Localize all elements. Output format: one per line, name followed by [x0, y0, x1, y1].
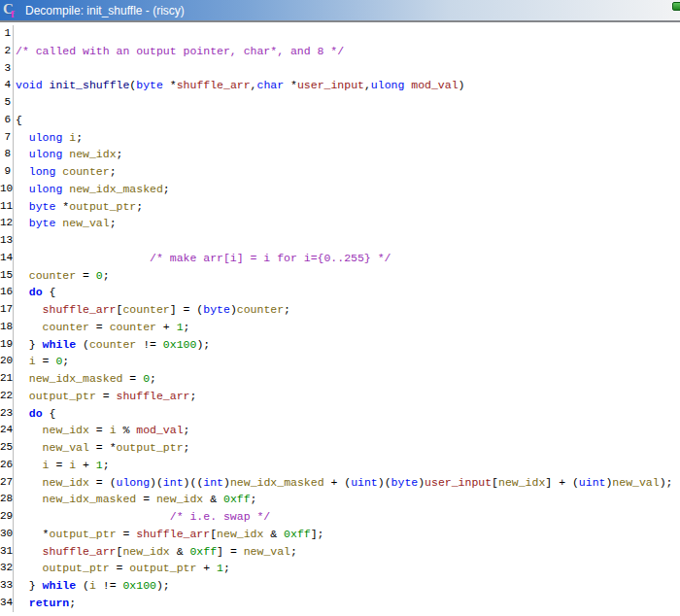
- line-number: 13: [0, 232, 14, 250]
- line-number: 25: [0, 439, 14, 457]
- code-text: } while (counter != 0x100);: [14, 336, 210, 354]
- code-line[interactable]: 11 byte *output_ptr;: [0, 198, 680, 216]
- code-text: shuffle_arr[new_idx & 0xff] = new_val;: [14, 543, 297, 561]
- code-line[interactable]: 9 long counter;: [0, 163, 680, 181]
- code-text: [14, 94, 16, 112]
- code-line[interactable]: 27 new_idx = (ulong)(int)((int)new_idx_m…: [0, 474, 680, 492]
- code-text: void init_shuffle(byte *shuffle_arr,char…: [14, 77, 464, 94]
- code-text: /* i.e. swap */: [14, 508, 270, 526]
- decompile-panel: C f Decompile: init_shuffle - (riscy) 12…: [0, 0, 680, 616]
- line-number: 15: [0, 267, 14, 285]
- code-line[interactable]: 7 ulong i;: [0, 129, 680, 147]
- code-line[interactable]: 17 shuffle_arr[counter] = (byte)counter;: [0, 301, 680, 319]
- code-text: [14, 60, 16, 78]
- code-text: ulong new_idx;: [14, 146, 122, 163]
- code-line[interactable]: 32 output_ptr = output_ptr + 1;: [0, 560, 680, 577]
- line-number: 11: [0, 198, 14, 216]
- code-text: new_idx = i % mod_val;: [14, 422, 189, 439]
- line-number: 7: [0, 129, 14, 147]
- line-number: 29: [0, 508, 14, 526]
- line-number: 32: [0, 560, 14, 577]
- code-text: output_ptr = shuffle_arr;: [14, 388, 196, 405]
- line-number: 31: [0, 543, 14, 561]
- code-text: do {: [14, 405, 55, 423]
- code-text: } while (i != 0x100);: [14, 577, 170, 595]
- decompiler-icon: C f: [3, 2, 19, 18]
- code-line[interactable]: 28 new_idx_masked = new_idx & 0xff;: [0, 491, 680, 508]
- line-number: 18: [0, 319, 14, 336]
- code-line[interactable]: 24 new_idx = i % mod_val;: [0, 422, 680, 439]
- code-text: counter = 0;: [14, 267, 110, 285]
- code-text: [14, 232, 16, 250]
- line-number: 14: [0, 250, 14, 267]
- code-line[interactable]: 2/* called with an output pointer, char*…: [0, 43, 680, 60]
- line-number: 8: [0, 146, 14, 163]
- code-text: [14, 25, 16, 43]
- code-text: byte *output_ptr;: [14, 198, 143, 216]
- code-text: ulong i;: [14, 129, 83, 147]
- code-text: new_idx = (ulong)(int)((int)new_idx_mask…: [14, 474, 672, 492]
- code-line[interactable]: 16 do {: [0, 284, 680, 301]
- line-number: 20: [0, 353, 14, 370]
- code-line[interactable]: 18 counter = counter + 1;: [0, 319, 680, 336]
- line-number: 21: [0, 370, 14, 388]
- code-area[interactable]: 12/* called with an output pointer, char…: [0, 22, 680, 616]
- code-text: *output_ptr = shuffle_arr[new_idx & 0xff…: [14, 526, 324, 543]
- line-number: 2: [0, 43, 14, 60]
- code-text: new_val = *output_ptr;: [14, 439, 189, 457]
- code-line[interactable]: 6{: [0, 112, 680, 129]
- line-number: 16: [0, 284, 14, 301]
- line-number: 3: [0, 60, 14, 78]
- line-number: 23: [0, 405, 14, 423]
- code-text: {: [14, 112, 22, 129]
- line-number: 24: [0, 422, 14, 439]
- line-number: 34: [0, 595, 14, 612]
- code-text: output_ptr = output_ptr + 1;: [14, 560, 230, 577]
- code-line[interactable]: 23 do {: [0, 405, 680, 423]
- line-number: 27: [0, 474, 14, 492]
- code-line[interactable]: 5: [0, 94, 680, 112]
- code-line[interactable]: 25 new_val = *output_ptr;: [0, 439, 680, 457]
- title-bar[interactable]: C f Decompile: init_shuffle - (riscy): [0, 0, 680, 20]
- code-text: new_idx_masked = 0;: [14, 370, 156, 388]
- code-text: new_idx_masked = new_idx & 0xff;: [14, 491, 257, 508]
- code-line[interactable]: 14 /* make arr[i] = i for i={0..255} */: [0, 250, 680, 267]
- code-line[interactable]: 13: [0, 232, 680, 250]
- code-line[interactable]: 34 return;: [0, 595, 680, 612]
- line-number: 12: [0, 215, 14, 232]
- code-line[interactable]: 19 } while (counter != 0x100);: [0, 336, 680, 354]
- line-number: 5: [0, 94, 14, 112]
- code-line[interactable]: 15 counter = 0;: [0, 267, 680, 285]
- code-line[interactable]: 1: [0, 25, 680, 43]
- code-line[interactable]: 8 ulong new_idx;: [0, 146, 680, 163]
- code-line[interactable]: 26 i = i + 1;: [0, 457, 680, 474]
- code-line[interactable]: 12 byte new_val;: [0, 215, 680, 232]
- code-line[interactable]: 21 new_idx_masked = 0;: [0, 370, 680, 388]
- code-line[interactable]: 29 /* i.e. swap */: [0, 508, 680, 526]
- code-text: shuffle_arr[counter] = (byte)counter;: [14, 301, 290, 319]
- code-line[interactable]: 22 output_ptr = shuffle_arr;: [0, 388, 680, 405]
- line-number: 10: [0, 181, 14, 198]
- line-number: 9: [0, 163, 14, 181]
- code-text: /* make arr[i] = i for i={0..255} */: [14, 250, 391, 267]
- truncated-toolbar-icon[interactable]: [672, 2, 680, 11]
- decompiler-icon-sub: f: [11, 9, 15, 19]
- code-line[interactable]: 20 i = 0;: [0, 353, 680, 370]
- code-line[interactable]: 30 *output_ptr = shuffle_arr[new_idx & 0…: [0, 526, 680, 543]
- line-number: 26: [0, 457, 14, 474]
- line-number: 1: [0, 25, 14, 43]
- code-text: long counter;: [14, 163, 117, 181]
- code-line[interactable]: 10 ulong new_idx_masked;: [0, 181, 680, 198]
- code-text: i = i + 1;: [14, 457, 110, 474]
- line-number: 33: [0, 577, 14, 595]
- line-number: 28: [0, 491, 14, 508]
- line-number: 17: [0, 301, 14, 319]
- code-line[interactable]: 31 shuffle_arr[new_idx & 0xff] = new_val…: [0, 543, 680, 561]
- line-number: 22: [0, 388, 14, 405]
- panel-title: Decompile: init_shuffle - (riscy): [25, 4, 185, 17]
- code-line[interactable]: 3: [0, 60, 680, 78]
- code-text: /* called with an output pointer, char*,…: [14, 43, 344, 60]
- line-number: 6: [0, 112, 14, 129]
- code-line[interactable]: 33 } while (i != 0x100);: [0, 577, 680, 595]
- code-line[interactable]: 4void init_shuffle(byte *shuffle_arr,cha…: [0, 77, 680, 94]
